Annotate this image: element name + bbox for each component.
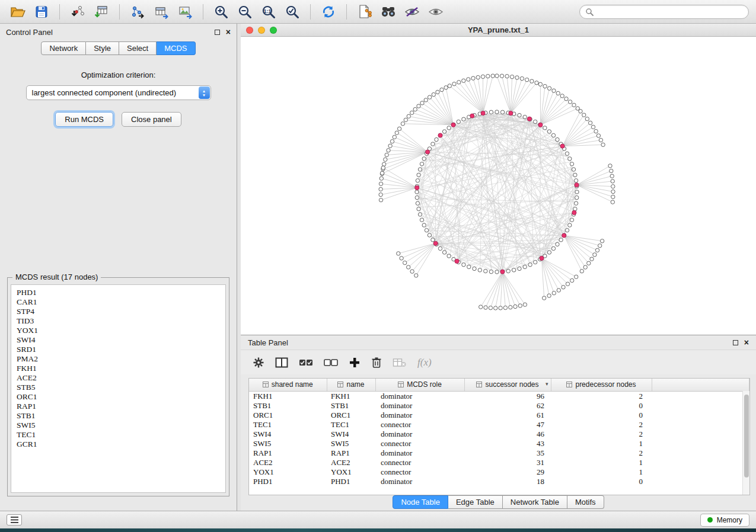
mcds-result-item[interactable]: RAP1: [17, 402, 220, 411]
column-header-successor-nodes[interactable]: successor nodes ▾: [464, 379, 551, 391]
scrollbar-thumb[interactable]: [744, 395, 749, 477]
table-row[interactable]: PHD1PHD1dominator180: [249, 477, 749, 486]
tab-style[interactable]: Style: [86, 41, 119, 55]
function-builder-icon: f(x): [417, 357, 432, 368]
mcds-result-item[interactable]: TID3: [17, 316, 220, 326]
table-row[interactable]: SWI4SWI4dominator462: [249, 430, 749, 439]
tab-network-table[interactable]: Network Table: [503, 495, 567, 509]
mcds-result-item[interactable]: YOX1: [17, 326, 220, 335]
table-header-row: shared name name MCDS role successor nod…: [249, 379, 749, 391]
select-all-checkboxes-icon[interactable]: [299, 357, 313, 368]
memory-button[interactable]: Memory: [700, 514, 749, 527]
export-network-icon[interactable]: [127, 3, 148, 21]
mcds-result-item[interactable]: PHD1: [17, 288, 220, 297]
network-nodes[interactable]: [379, 74, 615, 310]
column-header-name[interactable]: name: [327, 379, 375, 391]
import-table-icon[interactable]: [91, 3, 112, 21]
export-table-icon[interactable]: [151, 3, 172, 21]
hide-selected-eye-icon[interactable]: [401, 3, 423, 21]
search-box[interactable]: [579, 5, 749, 19]
deselect-all-checkboxes-icon[interactable]: [324, 357, 338, 368]
first-neighbors-icon[interactable]: [378, 3, 399, 21]
zoom-out-icon[interactable]: [234, 3, 256, 21]
open-folder-icon[interactable]: [7, 3, 28, 21]
column-header-shared-name[interactable]: shared name: [249, 379, 327, 391]
network-view-window: YPA_prune.txt_1: [241, 24, 756, 335]
mcds-result-item[interactable]: STB5: [17, 383, 220, 392]
window-close-button[interactable]: [246, 27, 253, 34]
criterion-dropdown-value: largest connected component (undirected): [32, 88, 177, 97]
mcds-result-item[interactable]: CAR1: [17, 297, 220, 307]
network-window-title: YPA_prune.txt_1: [241, 25, 756, 34]
mcds-result-item[interactable]: PMA2: [17, 354, 220, 364]
share-document-icon[interactable]: [354, 3, 375, 21]
table-toolbar: f(x): [241, 350, 756, 374]
mcds-result-list[interactable]: PHD1CAR1STP4TID3YOX1SWI4SRD1PMA2FKH1ACE2…: [11, 284, 226, 493]
mcds-result-item[interactable]: FKH1: [17, 364, 220, 373]
column-grid-icon: [263, 382, 269, 387]
network-graph[interactable]: [241, 37, 756, 335]
mcds-result-item[interactable]: ORC1: [17, 392, 220, 402]
tab-node-table[interactable]: Node Table: [393, 495, 448, 509]
tab-network[interactable]: Network: [41, 41, 86, 55]
column-header-mcds-role[interactable]: MCDS role: [375, 379, 464, 391]
mcds-result-item[interactable]: ACE2: [17, 373, 220, 383]
memory-label: Memory: [717, 516, 742, 524]
export-image-icon[interactable]: [174, 3, 196, 21]
table-row[interactable]: STB1STB1dominator620: [249, 401, 749, 411]
zoom-in-icon[interactable]: [210, 3, 232, 21]
column-header-predecessor-nodes[interactable]: predecessor nodes: [551, 379, 652, 391]
control-panel-tabs: Network Style Select MCDS: [0, 41, 237, 55]
tab-motifs[interactable]: Motifs: [567, 495, 604, 509]
table-row[interactable]: YOX1YOX1connector291: [249, 467, 749, 477]
mcds-result-item[interactable]: SWI5: [17, 421, 220, 430]
import-network-icon[interactable]: [67, 3, 88, 21]
float-table-panel-icon[interactable]: [733, 340, 738, 345]
clear-table-disabled-icon: [393, 357, 407, 368]
run-mcds-button[interactable]: Run MCDS: [55, 112, 113, 127]
close-panel-button[interactable]: Close panel: [122, 112, 181, 127]
refresh-icon[interactable]: [318, 3, 339, 21]
window-minimize-button[interactable]: [258, 27, 265, 34]
tab-select[interactable]: Select: [119, 41, 157, 55]
mcds-result-item[interactable]: SRD1: [17, 345, 220, 354]
network-canvas[interactable]: [241, 37, 756, 335]
mcds-result-item[interactable]: SWI4: [17, 335, 220, 345]
close-table-panel-icon[interactable]: ×: [744, 338, 749, 347]
network-window-titlebar[interactable]: YPA_prune.txt_1: [241, 24, 756, 37]
save-session-icon[interactable]: [31, 3, 52, 21]
search-input[interactable]: [597, 7, 743, 16]
mcds-result-item[interactable]: STP4: [17, 307, 220, 316]
application-window: 1:1: [0, 0, 756, 528]
add-column-icon[interactable]: [349, 357, 361, 368]
float-panel-icon[interactable]: [215, 30, 220, 35]
table-row[interactable]: ACE2ACE2connector311: [249, 458, 749, 467]
column-grid-icon: [476, 382, 482, 387]
columns-icon[interactable]: [275, 357, 288, 368]
tab-mcds[interactable]: MCDS: [157, 41, 195, 55]
criterion-dropdown[interactable]: largest connected component (undirected)…: [26, 85, 211, 100]
table-row[interactable]: TEC1TEC1connector472: [249, 420, 749, 430]
task-history-button[interactable]: [7, 514, 22, 525]
search-icon: [585, 8, 594, 16]
mcds-result-item[interactable]: GCR1: [17, 440, 220, 449]
zoom-fit-icon[interactable]: [282, 3, 303, 21]
table-row[interactable]: FKH1FKH1dominator962: [249, 391, 749, 401]
sort-dropdown-icon[interactable]: ▾: [546, 381, 548, 387]
memory-status-dot: [707, 517, 713, 523]
tab-edge-table[interactable]: Edge Table: [448, 495, 503, 509]
mcds-result-item[interactable]: TEC1: [17, 430, 220, 440]
table-vertical-scrollbar[interactable]: [742, 391, 749, 495]
mcds-result-title: MCDS result (17 nodes): [12, 273, 101, 281]
table-row[interactable]: ORC1ORC1dominator610: [249, 411, 749, 420]
mcds-result-item[interactable]: STB1: [17, 411, 220, 421]
zoom-actual-size-icon[interactable]: 1:1: [258, 3, 279, 21]
window-zoom-button[interactable]: [270, 27, 277, 34]
table-row[interactable]: SWI5SWI5connector431: [249, 439, 749, 448]
close-panel-icon[interactable]: ×: [226, 28, 231, 36]
mcds-result-group: MCDS result (17 nodes) PHD1CAR1STP4TID3Y…: [7, 277, 229, 496]
gear-icon[interactable]: [253, 357, 264, 368]
delete-column-icon[interactable]: [371, 357, 382, 368]
table-row[interactable]: RAP1RAP1dominator352: [249, 448, 749, 458]
show-all-eye-icon[interactable]: [425, 3, 446, 21]
